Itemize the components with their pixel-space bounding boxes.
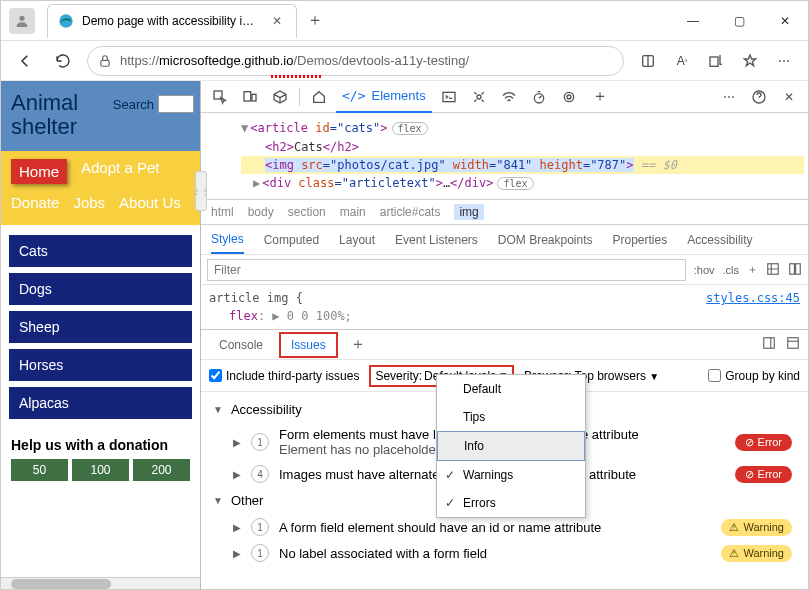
console-icon[interactable] — [436, 84, 462, 110]
close-window-button[interactable]: ✕ — [762, 1, 808, 41]
source-link[interactable]: styles.css:45 — [706, 289, 800, 307]
svg-point-12 — [567, 95, 571, 99]
3d-icon[interactable] — [267, 84, 293, 110]
side-cats[interactable]: Cats — [9, 235, 192, 267]
inspect-icon[interactable] — [207, 84, 233, 110]
severity-warnings[interactable]: Warnings — [437, 461, 585, 489]
devtools-menu-button[interactable]: ⋯ — [716, 84, 742, 110]
tab-computed[interactable]: Computed — [264, 233, 319, 247]
refresh-button[interactable] — [49, 47, 77, 75]
tab-layout[interactable]: Layout — [339, 233, 375, 247]
tab-dombp[interactable]: DOM Breakpoints — [498, 233, 593, 247]
edge-icon — [58, 13, 74, 29]
donate-50[interactable]: 50 — [11, 459, 68, 481]
drawer-more-button[interactable]: ＋ — [344, 334, 372, 355]
drawer-issues[interactable]: Issues — [279, 332, 338, 358]
minimize-button[interactable]: — — [670, 1, 716, 41]
window-titlebar: Demo page with accessibility iss… ✕ ＋ — … — [1, 1, 808, 41]
nav-adopt[interactable]: Adopt a Pet — [81, 159, 159, 184]
donate-100[interactable]: 100 — [72, 459, 129, 481]
include-3p-checkbox[interactable]: Include third-party issues — [209, 369, 359, 383]
menu-button[interactable]: ⋯ — [770, 47, 798, 75]
selected-dom-node[interactable]: <img src="photos/cat.jpg" width="841" he… — [241, 156, 804, 174]
tab-props[interactable]: Properties — [613, 233, 668, 247]
cls-button[interactable]: .cls — [723, 264, 740, 276]
url-box[interactable]: https://microsoftedge.github.io/Demos/de… — [87, 46, 624, 76]
side-dogs[interactable]: Dogs — [9, 273, 192, 305]
error-badge: ⊘ Error — [735, 434, 792, 451]
css-rules[interactable]: styles.css:45 article img { flex: ▶ 0 0 … — [201, 285, 808, 329]
new-tab-button[interactable]: ＋ — [301, 7, 329, 35]
performance-icon[interactable] — [526, 84, 552, 110]
search-label: Search — [113, 97, 154, 112]
donate-200[interactable]: 200 — [133, 459, 190, 481]
svg-point-11 — [564, 92, 573, 101]
styles-filter-row: :hov .cls ＋ — [201, 255, 808, 285]
sources-icon[interactable] — [466, 84, 492, 110]
issue-row[interactable]: ▶1No label associated with a form field⚠… — [209, 540, 800, 566]
browser-tab[interactable]: Demo page with accessibility iss… ✕ — [47, 4, 297, 38]
page-scrollbar[interactable] — [1, 577, 200, 589]
hov-button[interactable]: :hov — [694, 264, 715, 276]
more-tabs-button[interactable]: ＋ — [586, 86, 614, 107]
severity-menu: Default Tips Info Warnings Errors — [436, 374, 586, 518]
network-icon[interactable] — [496, 84, 522, 110]
collections-icon[interactable] — [702, 47, 730, 75]
nav-jobs[interactable]: Jobs — [73, 194, 105, 211]
expand-icon[interactable] — [786, 336, 800, 353]
side-horses[interactable]: Horses — [9, 349, 192, 381]
tab-elements[interactable]: </>Elements — [336, 81, 432, 113]
nav-donate[interactable]: Donate — [11, 194, 59, 211]
drag-handle[interactable]: ⋮⋮ — [195, 171, 207, 211]
side-menu: Cats Dogs Sheep Horses Alpacas — [1, 225, 200, 429]
search-input[interactable] — [158, 95, 194, 113]
severity-tips[interactable]: Tips — [437, 403, 585, 431]
svg-rect-18 — [788, 338, 799, 349]
new-rule-button[interactable]: ＋ — [747, 262, 758, 277]
svg-rect-15 — [790, 263, 795, 274]
devtools-toolbar: </>Elements ＋ ⋯ ✕ — [201, 81, 808, 113]
app-icon[interactable] — [634, 47, 662, 75]
dock-icon[interactable] — [762, 336, 776, 353]
dom-tree[interactable]: ▼<article id="cats">flex <h2>Cats</h2> <… — [201, 113, 808, 199]
profile-avatar[interactable] — [9, 8, 35, 34]
side-alpacas[interactable]: Alpacas — [9, 387, 192, 419]
computed-toggle-icon[interactable] — [788, 262, 802, 278]
welcome-icon[interactable] — [306, 84, 332, 110]
memory-icon[interactable] — [556, 84, 582, 110]
svg-rect-16 — [796, 263, 801, 274]
site-title: Animal — [11, 90, 78, 115]
nav-about[interactable]: About Us — [119, 194, 181, 211]
tab-listeners[interactable]: Event Listeners — [395, 233, 478, 247]
drawer-console[interactable]: Console — [209, 334, 273, 356]
reading-icon[interactable]: A› — [668, 47, 696, 75]
spellcheck-squiggle — [271, 75, 321, 78]
group-by-kind-checkbox[interactable]: Group by kind — [708, 369, 800, 383]
flex-badge[interactable]: flex — [392, 122, 428, 135]
svg-rect-2 — [101, 60, 109, 66]
filter-input[interactable] — [207, 259, 686, 281]
flexbox-editor-icon[interactable] — [766, 262, 780, 278]
site-search: Search — [113, 95, 194, 113]
site-header: Animalshelter Search — [1, 81, 200, 151]
help-icon[interactable] — [746, 84, 772, 110]
close-devtools-button[interactable]: ✕ — [776, 84, 802, 110]
back-button[interactable] — [11, 47, 39, 75]
svg-rect-17 — [764, 338, 775, 349]
maximize-button[interactable]: ▢ — [716, 1, 762, 41]
warning-badge: ⚠ Warning — [721, 545, 792, 562]
favorite-icon[interactable] — [736, 47, 764, 75]
severity-default[interactable]: Default — [437, 375, 585, 403]
donate-title: Help us with a donation — [11, 437, 190, 453]
side-sheep[interactable]: Sheep — [9, 311, 192, 343]
tab-styles[interactable]: Styles — [211, 232, 244, 254]
nav-home[interactable]: Home — [11, 159, 67, 184]
url-text: https://microsoftedge.github.io/Demos/de… — [120, 53, 469, 68]
tab-a11y[interactable]: Accessibility — [687, 233, 752, 247]
warning-badge: ⚠ Warning — [721, 519, 792, 536]
device-icon[interactable] — [237, 84, 263, 110]
severity-info[interactable]: Info — [437, 431, 585, 461]
close-tab-icon[interactable]: ✕ — [268, 14, 286, 28]
svg-point-9 — [477, 95, 481, 99]
severity-errors[interactable]: Errors — [437, 489, 585, 517]
